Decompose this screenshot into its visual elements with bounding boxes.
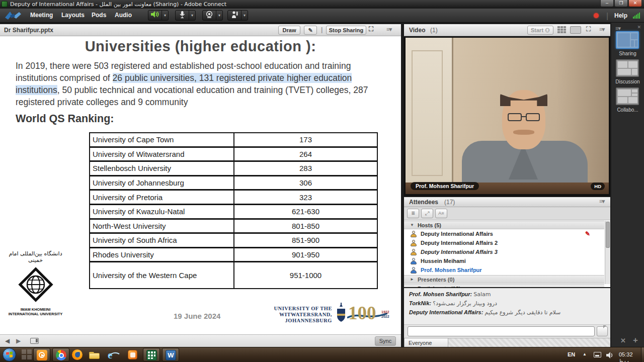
word-taskbar-button[interactable]: W [162,348,179,361]
sync-button[interactable]: Sync [375,336,396,346]
hosts-group-header[interactable]: ▼ Hosts (5) [404,221,604,229]
close-layout-bar-icon[interactable]: ✕ [620,337,626,344]
attendee-row[interactable]: Deputy International Affairs 2 [404,238,604,247]
window-titlebar: Deputy of International Affairs - معاونت… [0,0,644,9]
attendees-pod-header: Attendees (17) ≡▾ [404,197,610,207]
menu-meeting[interactable]: Meeting [30,12,53,19]
webcam-dropdown-icon[interactable]: ▾ [216,11,222,20]
stop-sharing-button[interactable]: Stop Sharing [326,26,366,35]
university-rank: 951-1000 [234,262,377,288]
layout-sidebar: ≡▾ ✕ Sharing Discussion Collabo... ✕ + [611,23,644,347]
menu-pods[interactable]: Pods [92,12,106,19]
raise-hand-button[interactable]: ▾ [227,10,248,21]
minimize-button[interactable]: – [600,0,614,7]
layout-thumb-collaboration[interactable] [616,87,639,105]
menu-bar: Meeting Layouts Pods Audio ▾ ▾ ▾ ▾ [0,9,644,23]
microphone-button[interactable]: ▾ [175,10,196,21]
host-icon [410,249,417,255]
previous-slide-button[interactable]: ◀ [5,337,10,344]
close-button[interactable]: ✕ [628,0,642,7]
attendees-pod-menu-icon[interactable]: ≡▾ [599,198,604,205]
video-fullscreen-icon[interactable]: ⛶ [586,25,591,33]
pointer-pencil-button[interactable]: ✎ [304,26,317,35]
layout-label-sharing[interactable]: Sharing [611,51,644,56]
start-webcam-button[interactable]: Start ⚇ [527,26,553,35]
layout-bar-panel-icon[interactable]: ✕ [637,25,641,30]
chat-input[interactable] [408,326,595,336]
volume-icon[interactable] [606,351,614,360]
university-name: University of Pretoria [90,191,234,204]
microphone-dropdown-icon[interactable]: ▾ [189,11,195,20]
video-pod-menu-icon[interactable]: ≡▾ [599,26,604,33]
host-icon [410,231,417,237]
presenters-group-header[interactable]: ► Presenters (0) [404,275,604,284]
attendee-list-view-icon[interactable]: ≡ [407,209,419,218]
layout-label-discussion[interactable]: Discussion [611,79,644,84]
hosts-label: Hosts (5) [418,222,441,228]
network-display-icon[interactable] [594,352,601,357]
scrollbar-thumb[interactable] [606,222,610,248]
send-message-button[interactable] [597,326,608,336]
add-layout-icon[interactable]: + [633,335,638,345]
wits-line3: JOHANNESBURG [272,318,332,324]
office-app-icon[interactable] [127,349,139,361]
ikiu-logo: دانشگاه بین‌المللی امام خمینی IMAM KHOME… [4,250,67,316]
table-row: University of South Africa851-900 [90,234,377,248]
raise-hand-dropdown-icon[interactable]: ▾ [241,11,248,20]
pinned-app-icon[interactable] [21,349,33,361]
attendee-row[interactable]: Hussein Meihami [404,256,604,265]
chat-tab-everyone[interactable]: Everyone [404,338,448,347]
attendee-name: Hussein Meihami [421,258,466,264]
participants-group-header-clipped[interactable]: ► Participants (12) [404,284,604,287]
clock-meridiem: ب.ظ [619,358,629,362]
tray-hidden-icons-arrow[interactable]: ▲ [583,352,587,356]
connection-signal-icon[interactable] [633,13,640,19]
layout-label-collaboration[interactable]: Collabo... [611,107,644,113]
next-slide-button[interactable]: ▶ [16,337,21,344]
table-row: North-West University801-850 [90,220,377,234]
attendee-name: Prof. Mohsen Sharifpur [421,267,482,273]
adobe-connect-taskbar-button[interactable] [143,348,160,361]
chat-message: Deputy International Affairs: سلام تا دق… [409,309,560,316]
speaker-dropdown-icon[interactable]: ▾ [162,11,168,20]
explorer-folder-icon[interactable] [89,349,101,361]
chrome-taskbar-button[interactable] [52,348,69,361]
attendee-name: Deputy International Affairs 2 [421,240,498,246]
grid-view-icon[interactable] [557,26,567,34]
potplayer-taskbar-button[interactable] [33,348,50,361]
show-desktop-button[interactable] [641,347,644,362]
internet-explorer-icon[interactable]: e [108,349,120,361]
speaker-button[interactable]: ▾ [148,10,169,21]
layout-thumb-sharing[interactable] [616,31,639,49]
attendee-row[interactable]: Deputy International Affairs 3 [404,247,604,256]
fullscreen-icon[interactable]: ⛶ [369,25,373,33]
attendee-row[interactable]: Prof. Mohsen Sharifpur [404,265,604,275]
sidebar-toggle-icon[interactable] [30,338,39,344]
university-name: North-West University [90,220,234,233]
layout-thumb-discussion[interactable] [616,59,639,77]
attendee-status-view-icon[interactable]: A≡ [435,209,447,218]
chat-author: TorkNik: [409,300,431,306]
menu-audio[interactable]: Audio [115,12,132,19]
language-indicator[interactable]: EN [568,351,575,357]
video-count: (1) [430,27,438,34]
filmstrip-view-icon[interactable] [570,26,581,34]
firefox-icon[interactable] [71,349,84,361]
webcam-icon [203,11,216,21]
webcam-button[interactable]: ▾ [202,10,223,21]
attendee-row[interactable]: Deputy International Affairs ✎ [404,229,604,238]
chat-pod: Prof. Mohsen Sharifpur: Salam TorkNik: د… [404,288,610,347]
recording-indicator-icon[interactable] [594,13,599,18]
help-menu[interactable]: Help [614,12,627,19]
start-button[interactable] [3,348,16,361]
clock[interactable]: 05:32 ب.ظ [619,351,644,362]
participants-label: Participants (12) [418,286,461,288]
draw-button[interactable]: Draw [278,26,300,35]
breakout-view-icon[interactable]: ⤢ [421,209,433,218]
menu-layouts[interactable]: Layouts [61,12,85,19]
slide-date: 19 June 2024 [174,312,220,320]
share-pod-menu-icon[interactable]: ≡▾ [386,26,391,33]
maximize-button[interactable]: ❐ [614,0,628,7]
ikiu-caption-line2: INTERNATIONAL UNIVERSITY [4,312,67,316]
attendees-scrollbar[interactable] [605,221,610,284]
